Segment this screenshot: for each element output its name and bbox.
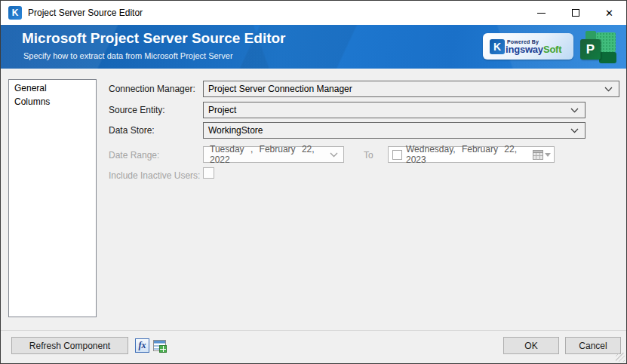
banner: Microsoft Project Server Source Editor S… [1, 25, 626, 69]
data-store-value: WorkingStore [208, 125, 263, 136]
source-entity-combobox[interactable]: Project [203, 102, 586, 118]
dropdown-arrow-icon [545, 153, 551, 157]
date-range-from-value: Tuesday , February 22, 2022 [210, 144, 330, 165]
maximize-button[interactable] [558, 1, 592, 25]
chevron-down-icon [570, 128, 579, 133]
kingswaysoft-logo: K Powered By ingswaySoft [483, 33, 573, 60]
project-icon-p-tile: P [580, 39, 601, 60]
date-range-from-picker[interactable]: Tuesday , February 22, 2022 [203, 146, 344, 163]
column-mapping-button[interactable] [152, 338, 167, 353]
date-range-label: Date Range: [109, 150, 159, 161]
calendar-icon [533, 150, 551, 160]
chevron-down-icon [570, 108, 579, 113]
soft-text: Soft [543, 44, 561, 55]
close-button[interactable]: ✕ [592, 1, 626, 25]
kingswaysoft-k-icon: K [490, 39, 505, 54]
connection-manager-value: Project Server Connection Manager [208, 84, 352, 94]
microsoft-project-icon: P [580, 31, 618, 64]
connection-manager-label: Connection Manager: [109, 84, 195, 94]
chevron-down-icon [604, 87, 613, 92]
footer-divider [1, 330, 626, 331]
minimize-icon [537, 13, 546, 14]
include-inactive-users-checkbox[interactable] [203, 167, 214, 179]
date-range-to-label: To [364, 150, 373, 161]
window-controls: ✕ [524, 1, 626, 25]
kingswaysoft-app-icon: K [8, 6, 22, 20]
sidebar-item-columns[interactable]: Columns [9, 95, 96, 109]
sidebar-item-general[interactable]: General [9, 81, 96, 95]
banner-title: Microsoft Project Server Source Editor [22, 30, 286, 47]
date-range-to-value: Wednesday, February 22, 2023 [406, 144, 533, 165]
refresh-component-button[interactable]: Refresh Component [11, 337, 128, 354]
dialog-window: K Project Server Source Editor ✕ Microso… [0, 0, 627, 364]
kingswaysoft-logo-text: Powered By ingswaySoft [506, 39, 561, 54]
cancel-button[interactable]: Cancel [565, 337, 621, 354]
expression-editor-button[interactable]: fx [135, 338, 149, 353]
connection-manager-combobox[interactable]: Project Server Connection Manager [203, 81, 619, 97]
titlebar: K Project Server Source Editor ✕ [1, 1, 626, 25]
data-store-combobox[interactable]: WorkingStore [203, 122, 586, 139]
source-entity-value: Project [208, 105, 236, 115]
kingswaysoft-name: ingswaySoft [506, 44, 561, 54]
date-range-to-picker[interactable]: Wednesday, February 22, 2023 [388, 146, 555, 163]
date-range-to-checkbox[interactable] [392, 150, 402, 160]
source-entity-label: Source Entity: [109, 105, 165, 115]
include-inactive-users-label: Include Inactive Users: [109, 170, 200, 181]
close-icon: ✕ [605, 8, 613, 18]
banner-subtitle: Specify how to extract data from Microso… [23, 51, 233, 60]
chevron-down-icon [330, 152, 338, 158]
page-list: General Columns [8, 79, 97, 317]
kingsway-text: ingsway [506, 44, 543, 55]
spreadsheet-grid-icon [159, 345, 167, 353]
fx-icon: fx [139, 340, 146, 351]
maximize-icon [572, 9, 579, 17]
minimize-button[interactable] [524, 1, 558, 25]
resize-grip[interactable] [616, 353, 625, 362]
ok-button[interactable]: OK [503, 337, 559, 354]
project-icon-tile-bottom [599, 52, 616, 63]
data-store-label: Data Store: [109, 125, 155, 136]
window-title: Project Server Source Editor [28, 1, 143, 25]
